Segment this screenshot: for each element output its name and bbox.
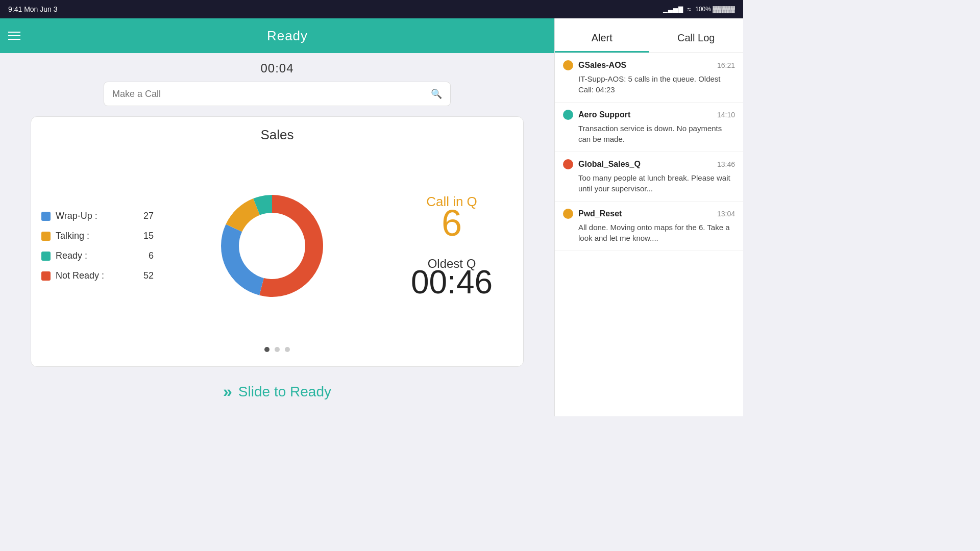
donut-segment <box>221 224 264 295</box>
search-input[interactable] <box>112 89 431 99</box>
hamburger-menu[interactable] <box>8 32 20 40</box>
right-tabs: Alert Call Log <box>555 18 743 53</box>
legend-label: Ready : <box>56 251 131 261</box>
alert-message: Too many people at lunch break. Please w… <box>563 172 735 194</box>
legend-dot <box>41 212 51 221</box>
legend-item: Not Ready : 52 <box>41 270 154 281</box>
card-title: Sales <box>41 127 513 143</box>
legend-count: 15 <box>136 231 154 241</box>
pagination-dot-2[interactable] <box>275 347 280 352</box>
left-panel: Ready 00:04 🔍 Sales Wrap-Up : 27 <box>0 18 554 416</box>
alert-header: Global_Sales_Q 13:46 <box>563 159 735 169</box>
legend: Wrap-Up : 27 Talking : 15 Ready : 6 Not … <box>41 211 154 281</box>
legend-dot <box>41 252 51 261</box>
alert-message: IT-Supp-AOS: 5 calls in the queue. Oldes… <box>563 73 735 95</box>
battery-icon: 100% ▓▓▓▓▓ <box>695 6 735 13</box>
alert-name: GSales-AOS <box>578 61 712 70</box>
pagination-dot-3[interactable] <box>285 347 290 352</box>
slide-to-ready-label: Slide to Ready <box>238 384 331 400</box>
right-panel: Alert Call Log GSales-AOS 16:21 IT-Supp-… <box>554 18 743 416</box>
legend-count: 6 <box>136 251 154 261</box>
alert-item[interactable]: Global_Sales_Q 13:46 Too many people at … <box>555 152 743 202</box>
alert-list: GSales-AOS 16:21 IT-Supp-AOS: 5 calls in… <box>555 53 743 416</box>
legend-item: Talking : 15 <box>41 231 154 241</box>
donut-container <box>154 180 390 312</box>
alert-item[interactable]: GSales-AOS 16:21 IT-Supp-AOS: 5 calls in… <box>555 53 743 103</box>
alert-time: 14:10 <box>717 111 735 119</box>
timer-section: 00:04 <box>0 53 554 82</box>
search-icon: 🔍 <box>431 88 442 99</box>
wifi-icon: ≈ <box>688 5 692 13</box>
alert-header: Pwd_Reset 13:04 <box>563 209 735 219</box>
card-body: Wrap-Up : 27 Talking : 15 Ready : 6 Not … <box>41 153 513 339</box>
alert-time: 16:21 <box>717 61 735 69</box>
oldest-q-value: 00:46 <box>411 266 493 298</box>
status-bar: 9:41 Mon Jun 3 ▁▃▅▇ ≈ 100% ▓▓▓▓▓ <box>0 0 743 18</box>
legend-dot <box>41 232 51 241</box>
search-bar[interactable]: 🔍 <box>104 82 451 106</box>
legend-item: Ready : 6 <box>41 251 154 261</box>
slide-to-ready-button[interactable]: » Slide to Ready <box>15 382 539 401</box>
search-bar-container: 🔍 <box>0 82 554 116</box>
alert-time: 13:46 <box>717 160 735 168</box>
pagination-dot-1[interactable] <box>264 347 270 352</box>
app-container: Ready 00:04 🔍 Sales Wrap-Up : 27 <box>0 18 743 416</box>
avatar <box>563 159 573 169</box>
alert-message: All done. Moving onto maps for the 6. Ta… <box>563 222 735 243</box>
alert-header: GSales-AOS 16:21 <box>563 60 735 70</box>
status-time: 9:41 Mon Jun 3 <box>8 5 58 13</box>
legend-label: Talking : <box>56 231 131 241</box>
header-title: Ready <box>29 28 546 44</box>
alert-item[interactable]: Aero Support 14:10 Transaction service i… <box>555 103 743 152</box>
donut-chart <box>206 180 338 312</box>
alert-header: Aero Support 14:10 <box>563 110 735 120</box>
avatar <box>563 110 573 120</box>
status-bar-right: ▁▃▅▇ ≈ 100% ▓▓▓▓▓ <box>663 5 735 13</box>
oldest-q-group: Oldest Q 00:46 <box>411 257 493 298</box>
legend-item: Wrap-Up : 27 <box>41 211 154 221</box>
dashboard-card: Sales Wrap-Up : 27 Talking : 15 Ready : … <box>31 116 524 367</box>
call-in-q-value: 6 <box>426 205 477 241</box>
alert-item[interactable]: Pwd_Reset 13:04 All done. Moving onto ma… <box>555 202 743 251</box>
legend-dot <box>41 271 51 281</box>
alert-name: Pwd_Reset <box>578 209 712 218</box>
alert-name: Aero Support <box>578 110 712 119</box>
timer-value: 00:04 <box>260 61 293 75</box>
legend-count: 52 <box>136 270 154 281</box>
bottom-section: » Slide to Ready <box>0 367 554 416</box>
legend-label: Wrap-Up : <box>56 211 131 221</box>
legend-label: Not Ready : <box>56 270 131 281</box>
tab-alert[interactable]: Alert <box>555 32 649 53</box>
chevrons-icon: » <box>223 382 232 401</box>
stats-section: Call in Q 6 Oldest Q 00:46 <box>390 194 513 298</box>
avatar <box>563 209 573 219</box>
alert-message: Transaction service is down. No payments… <box>563 123 735 144</box>
signal-icon: ▁▃▅▇ <box>663 6 683 13</box>
avatar <box>563 60 573 70</box>
legend-count: 27 <box>136 211 154 221</box>
pagination-dots <box>41 339 513 356</box>
alert-time: 13:04 <box>717 210 735 218</box>
tab-call-log[interactable]: Call Log <box>649 32 744 53</box>
alert-name: Global_Sales_Q <box>578 160 712 169</box>
header: Ready <box>0 18 554 53</box>
call-in-q-group: Call in Q 6 <box>426 194 477 241</box>
